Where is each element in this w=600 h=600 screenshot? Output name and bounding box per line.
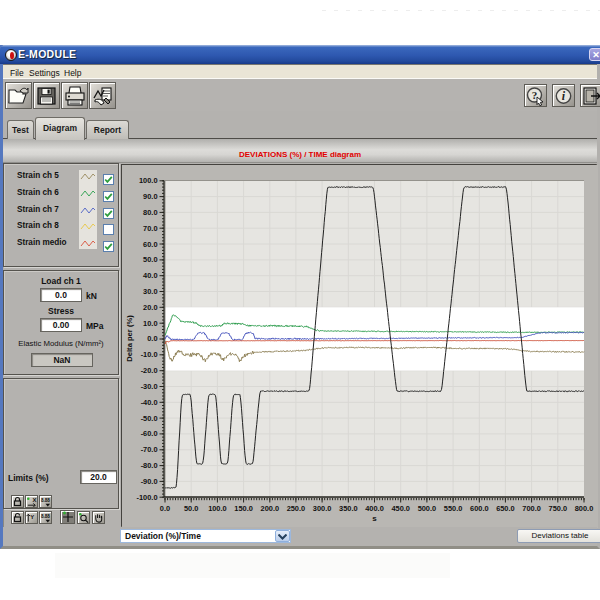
- svg-text:-60.0: -60.0: [141, 429, 158, 438]
- svg-text:200.0: 200.0: [261, 504, 280, 513]
- svg-text:-100.0: -100.0: [137, 493, 158, 502]
- svg-text:650.0: 650.0: [496, 504, 515, 513]
- svg-text:700.0: 700.0: [522, 504, 541, 513]
- svg-text:8.88: 8.88: [41, 514, 50, 519]
- svg-text:750.0: 750.0: [549, 504, 568, 513]
- svg-text:600.0: 600.0: [470, 504, 489, 513]
- svg-text:800.0: 800.0: [575, 504, 594, 513]
- svg-text:100.0: 100.0: [208, 504, 227, 513]
- svg-text:350.0: 350.0: [339, 504, 358, 513]
- svg-text:50.0: 50.0: [143, 255, 157, 264]
- svg-text:20.0: 20.0: [143, 303, 157, 312]
- svg-text:-80.0: -80.0: [141, 461, 158, 470]
- svg-text:100.0: 100.0: [139, 176, 158, 185]
- svg-text:-70.0: -70.0: [141, 445, 158, 454]
- svg-text:90.0: 90.0: [143, 192, 157, 201]
- svg-text:550.0: 550.0: [444, 504, 463, 513]
- svg-text:450.0: 450.0: [391, 504, 410, 513]
- svg-text:250.0: 250.0: [287, 504, 306, 513]
- svg-text:-40.0: -40.0: [141, 398, 158, 407]
- svg-text:500.0: 500.0: [418, 504, 437, 513]
- svg-text:70.0: 70.0: [143, 224, 157, 233]
- svg-text:10.0: 10.0: [143, 319, 157, 328]
- svg-text:150.0: 150.0: [234, 504, 253, 513]
- svg-text:80.0: 80.0: [143, 208, 157, 217]
- svg-text:-10.0: -10.0: [141, 350, 158, 359]
- svg-text:30.0: 30.0: [143, 287, 157, 296]
- svg-text:X: X: [32, 497, 36, 503]
- svg-text:0.0: 0.0: [160, 504, 170, 513]
- svg-text:Delta per (%): Delta per (%): [125, 315, 134, 362]
- svg-text:8.88: 8.88: [41, 498, 50, 503]
- svg-text:-30.0: -30.0: [141, 382, 158, 391]
- svg-text:300.0: 300.0: [313, 504, 332, 513]
- svg-text:0.0: 0.0: [147, 334, 157, 343]
- svg-text:Y: Y: [30, 513, 34, 519]
- svg-text:50.0: 50.0: [184, 504, 198, 513]
- svg-text:-90.0: -90.0: [141, 477, 158, 486]
- svg-text:400.0: 400.0: [365, 504, 384, 513]
- svg-text:?: ?: [532, 88, 538, 100]
- svg-text:-50.0: -50.0: [141, 414, 158, 423]
- svg-text:-20.0: -20.0: [141, 366, 158, 375]
- svg-text:40.0: 40.0: [143, 271, 157, 280]
- svg-text:s: s: [372, 514, 377, 523]
- svg-text:60.0: 60.0: [143, 240, 157, 249]
